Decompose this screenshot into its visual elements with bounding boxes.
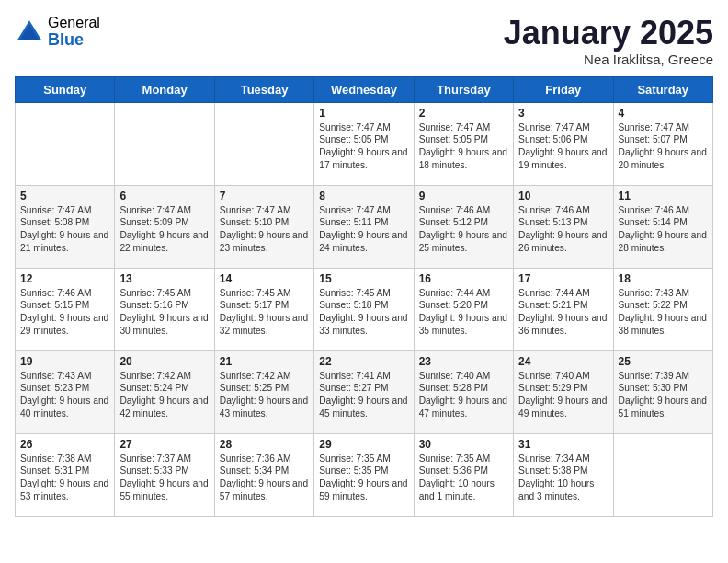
calendar-title: January 2025 bbox=[504, 15, 713, 52]
calendar-cell bbox=[115, 102, 214, 185]
weekday-row: SundayMondayTuesdayWednesdayThursdayFrid… bbox=[16, 76, 713, 102]
logo-text: General Blue bbox=[48, 15, 100, 49]
page-header: General Blue January 2025 Nea Iraklitsa,… bbox=[15, 15, 713, 67]
calendar-cell: 25Sunrise: 7:39 AM Sunset: 5:30 PM Dayli… bbox=[613, 350, 712, 433]
calendar-cell: 15Sunrise: 7:45 AM Sunset: 5:18 PM Dayli… bbox=[314, 268, 414, 350]
date-number: 15 bbox=[319, 272, 408, 285]
cell-info: Sunrise: 7:40 AM Sunset: 5:28 PM Dayligh… bbox=[419, 370, 508, 420]
weekday-header-saturday: Saturday bbox=[613, 76, 712, 102]
calendar-cell: 6Sunrise: 7:47 AM Sunset: 5:09 PM Daylig… bbox=[115, 185, 214, 268]
cell-info: Sunrise: 7:45 AM Sunset: 5:17 PM Dayligh… bbox=[220, 287, 309, 338]
cell-info: Sunrise: 7:47 AM Sunset: 5:10 PM Dayligh… bbox=[220, 204, 309, 255]
logo-blue: Blue bbox=[48, 31, 100, 50]
cell-info: Sunrise: 7:39 AM Sunset: 5:30 PM Dayligh… bbox=[619, 370, 708, 420]
cell-info: Sunrise: 7:40 AM Sunset: 5:29 PM Dayligh… bbox=[518, 370, 608, 420]
calendar-table: SundayMondayTuesdayWednesdayThursdayFrid… bbox=[15, 76, 713, 517]
date-number: 3 bbox=[518, 107, 608, 120]
date-number: 16 bbox=[419, 272, 508, 285]
date-number: 31 bbox=[518, 438, 608, 451]
cell-info: Sunrise: 7:47 AM Sunset: 5:09 PM Dayligh… bbox=[119, 204, 209, 255]
logo-icon bbox=[15, 17, 44, 47]
calendar-cell: 17Sunrise: 7:44 AM Sunset: 5:21 PM Dayli… bbox=[514, 268, 613, 350]
weekday-header-wednesday: Wednesday bbox=[314, 76, 414, 102]
cell-info: Sunrise: 7:45 AM Sunset: 5:16 PM Dayligh… bbox=[119, 287, 209, 338]
weekday-header-monday: Monday bbox=[115, 76, 214, 102]
cell-info: Sunrise: 7:35 AM Sunset: 5:35 PM Dayligh… bbox=[319, 453, 408, 503]
weekday-header-sunday: Sunday bbox=[16, 76, 115, 102]
date-number: 19 bbox=[20, 355, 109, 368]
calendar-cell: 11Sunrise: 7:46 AM Sunset: 5:14 PM Dayli… bbox=[613, 185, 712, 268]
date-number: 8 bbox=[319, 190, 408, 202]
date-number: 27 bbox=[119, 438, 209, 451]
calendar-cell bbox=[214, 102, 313, 185]
date-number: 13 bbox=[119, 272, 209, 285]
cell-info: Sunrise: 7:47 AM Sunset: 5:06 PM Dayligh… bbox=[518, 121, 608, 172]
logo-general: General bbox=[48, 15, 100, 31]
date-number: 24 bbox=[518, 355, 608, 368]
calendar-cell: 16Sunrise: 7:44 AM Sunset: 5:20 PM Dayli… bbox=[414, 268, 513, 350]
cell-info: Sunrise: 7:44 AM Sunset: 5:20 PM Dayligh… bbox=[419, 287, 508, 338]
cell-info: Sunrise: 7:37 AM Sunset: 5:33 PM Dayligh… bbox=[119, 453, 209, 503]
date-number: 28 bbox=[220, 438, 309, 451]
date-number: 6 bbox=[119, 190, 209, 202]
calendar-cell: 12Sunrise: 7:46 AM Sunset: 5:15 PM Dayli… bbox=[16, 268, 115, 350]
calendar-cell bbox=[16, 102, 115, 185]
calendar-cell: 8Sunrise: 7:47 AM Sunset: 5:11 PM Daylig… bbox=[314, 185, 414, 268]
cell-info: Sunrise: 7:42 AM Sunset: 5:24 PM Dayligh… bbox=[119, 370, 209, 420]
calendar-cell: 22Sunrise: 7:41 AM Sunset: 5:27 PM Dayli… bbox=[314, 350, 414, 433]
calendar-subtitle: Nea Iraklitsa, Greece bbox=[504, 52, 713, 67]
calendar-cell: 10Sunrise: 7:46 AM Sunset: 5:13 PM Dayli… bbox=[514, 185, 613, 268]
calendar-week-2: 5Sunrise: 7:47 AM Sunset: 5:08 PM Daylig… bbox=[16, 185, 713, 268]
date-number: 22 bbox=[319, 355, 408, 368]
cell-info: Sunrise: 7:46 AM Sunset: 5:14 PM Dayligh… bbox=[619, 204, 708, 255]
calendar-cell: 23Sunrise: 7:40 AM Sunset: 5:28 PM Dayli… bbox=[414, 350, 513, 433]
weekday-header-friday: Friday bbox=[514, 76, 613, 102]
date-number: 14 bbox=[220, 272, 309, 285]
date-number: 9 bbox=[419, 190, 508, 202]
date-number: 1 bbox=[319, 107, 408, 120]
calendar-cell: 20Sunrise: 7:42 AM Sunset: 5:24 PM Dayli… bbox=[115, 350, 214, 433]
cell-info: Sunrise: 7:42 AM Sunset: 5:25 PM Dayligh… bbox=[220, 370, 309, 420]
calendar-cell: 4Sunrise: 7:47 AM Sunset: 5:07 PM Daylig… bbox=[613, 102, 712, 185]
date-number: 18 bbox=[619, 272, 708, 285]
cell-info: Sunrise: 7:47 AM Sunset: 5:05 PM Dayligh… bbox=[319, 121, 408, 172]
calendar-cell: 13Sunrise: 7:45 AM Sunset: 5:16 PM Dayli… bbox=[115, 268, 214, 350]
calendar-cell: 14Sunrise: 7:45 AM Sunset: 5:17 PM Dayli… bbox=[214, 268, 313, 350]
cell-info: Sunrise: 7:43 AM Sunset: 5:22 PM Dayligh… bbox=[619, 287, 708, 338]
calendar-cell: 27Sunrise: 7:37 AM Sunset: 5:33 PM Dayli… bbox=[115, 433, 214, 516]
calendar-cell: 21Sunrise: 7:42 AM Sunset: 5:25 PM Dayli… bbox=[214, 350, 313, 433]
cell-info: Sunrise: 7:34 AM Sunset: 5:38 PM Dayligh… bbox=[518, 453, 608, 503]
cell-info: Sunrise: 7:35 AM Sunset: 5:36 PM Dayligh… bbox=[419, 453, 508, 503]
cell-info: Sunrise: 7:45 AM Sunset: 5:18 PM Dayligh… bbox=[319, 287, 408, 338]
cell-info: Sunrise: 7:47 AM Sunset: 5:08 PM Dayligh… bbox=[20, 204, 109, 255]
cell-info: Sunrise: 7:36 AM Sunset: 5:34 PM Dayligh… bbox=[220, 453, 309, 503]
cell-info: Sunrise: 7:38 AM Sunset: 5:31 PM Dayligh… bbox=[20, 453, 109, 503]
calendar-cell: 29Sunrise: 7:35 AM Sunset: 5:35 PM Dayli… bbox=[314, 433, 414, 516]
date-number: 30 bbox=[419, 438, 508, 451]
calendar-cell: 24Sunrise: 7:40 AM Sunset: 5:29 PM Dayli… bbox=[514, 350, 613, 433]
date-number: 21 bbox=[220, 355, 309, 368]
calendar-cell: 28Sunrise: 7:36 AM Sunset: 5:34 PM Dayli… bbox=[214, 433, 313, 516]
date-number: 11 bbox=[619, 190, 708, 202]
cell-info: Sunrise: 7:47 AM Sunset: 5:07 PM Dayligh… bbox=[619, 121, 708, 172]
calendar-cell: 26Sunrise: 7:38 AM Sunset: 5:31 PM Dayli… bbox=[16, 433, 115, 516]
calendar-week-1: 1Sunrise: 7:47 AM Sunset: 5:05 PM Daylig… bbox=[16, 102, 713, 185]
calendar-cell: 9Sunrise: 7:46 AM Sunset: 5:12 PM Daylig… bbox=[414, 185, 513, 268]
date-number: 4 bbox=[619, 107, 708, 120]
cell-info: Sunrise: 7:47 AM Sunset: 5:11 PM Dayligh… bbox=[319, 204, 408, 255]
logo: General Blue bbox=[15, 15, 100, 49]
calendar-cell: 31Sunrise: 7:34 AM Sunset: 5:38 PM Dayli… bbox=[514, 433, 613, 516]
calendar-cell: 30Sunrise: 7:35 AM Sunset: 5:36 PM Dayli… bbox=[414, 433, 513, 516]
date-number: 5 bbox=[20, 190, 109, 202]
title-section: January 2025 Nea Iraklitsa, Greece bbox=[504, 15, 713, 67]
date-number: 23 bbox=[419, 355, 508, 368]
weekday-header-tuesday: Tuesday bbox=[214, 76, 313, 102]
weekday-header-thursday: Thursday bbox=[414, 76, 513, 102]
calendar-cell: 19Sunrise: 7:43 AM Sunset: 5:23 PM Dayli… bbox=[16, 350, 115, 433]
cell-info: Sunrise: 7:46 AM Sunset: 5:15 PM Dayligh… bbox=[20, 287, 109, 338]
calendar-cell: 2Sunrise: 7:47 AM Sunset: 5:05 PM Daylig… bbox=[414, 102, 513, 185]
cell-info: Sunrise: 7:46 AM Sunset: 5:13 PM Dayligh… bbox=[518, 204, 608, 255]
date-number: 10 bbox=[518, 190, 608, 202]
calendar-cell: 3Sunrise: 7:47 AM Sunset: 5:06 PM Daylig… bbox=[514, 102, 613, 185]
calendar-cell: 7Sunrise: 7:47 AM Sunset: 5:10 PM Daylig… bbox=[214, 185, 313, 268]
